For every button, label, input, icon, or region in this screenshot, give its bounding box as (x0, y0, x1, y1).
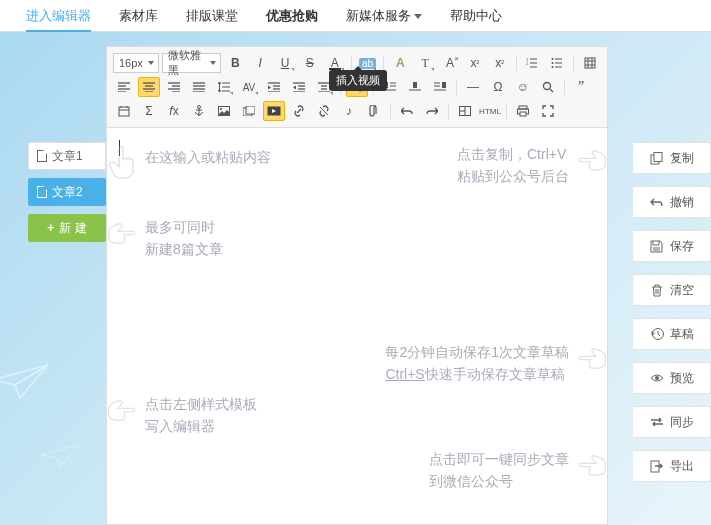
print-button[interactable] (512, 101, 534, 121)
layout-button[interactable] (454, 101, 476, 121)
attachment-button[interactable] (363, 101, 385, 121)
svg-rect-70 (246, 106, 255, 114)
align-justify-button[interactable] (188, 77, 210, 97)
document-icon (37, 186, 47, 198)
indent-right-button[interactable] (288, 77, 310, 97)
action-undo[interactable]: 撤销 (633, 186, 711, 218)
action-label: 保存 (670, 238, 694, 255)
save-icon (650, 239, 664, 253)
hand-pointer-left-icon (107, 216, 135, 250)
strike-button[interactable]: S (299, 53, 321, 73)
nav-deals[interactable]: 优惠抢购 (266, 0, 318, 32)
editor-content[interactable]: 在这输入或粘贴内容 点击复制，Ctrl+V 粘贴到公众号后台 最多可同时 新建8… (107, 128, 607, 525)
action-clear[interactable]: 清空 (633, 274, 711, 306)
tab-label: 文章2 (52, 184, 83, 201)
anchor-button[interactable] (188, 101, 210, 121)
action-label: 导出 (670, 458, 694, 475)
action-label: 预览 (670, 370, 694, 387)
text-button[interactable]: A (389, 53, 411, 73)
action-draft[interactable]: 草稿 (633, 318, 711, 350)
action-copy[interactable]: 复制 (633, 142, 711, 174)
image-button[interactable] (213, 101, 235, 121)
top-nav: 进入编辑器 素材库 排版课堂 优惠抢购 新媒体服务 帮助中心 (0, 0, 711, 32)
link-button[interactable] (288, 101, 310, 121)
hand-pointer-right-icon (579, 143, 607, 177)
svg-point-9 (552, 62, 554, 64)
tab-new-article[interactable]: + 新 建 (28, 214, 106, 242)
unordered-list-button[interactable] (546, 53, 568, 73)
svg-line-72 (320, 107, 328, 115)
tab-article-2[interactable]: 文章2 (28, 178, 106, 206)
hand-pointer-right-icon (579, 341, 607, 375)
undo-icon (650, 195, 664, 209)
action-export[interactable]: 导出 (633, 450, 711, 482)
hint-text: 每2分钟自动保存1次文章草稿 Ctrl+S快速手动保存文章草稿 (385, 341, 569, 386)
calendar-button[interactable] (113, 101, 135, 121)
unlink-button[interactable] (313, 101, 335, 121)
multi-image-button[interactable] (238, 101, 260, 121)
svg-point-8 (552, 58, 554, 60)
float-right-button[interactable] (429, 77, 451, 97)
music-button[interactable]: ♪ (338, 101, 360, 121)
hr-button[interactable]: — (462, 77, 484, 97)
letter-spacing-button[interactable]: AV (238, 77, 260, 97)
nav-materials[interactable]: 素材库 (119, 0, 158, 32)
action-preview[interactable]: 预览 (633, 362, 711, 394)
undo-button[interactable] (396, 101, 418, 121)
nav-newmedia[interactable]: 新媒体服务 (346, 0, 422, 32)
history-icon (650, 327, 664, 341)
svg-rect-60 (119, 107, 129, 116)
search-button[interactable] (537, 77, 559, 97)
indent-left-button[interactable] (263, 77, 285, 97)
html-button[interactable]: HTML (479, 101, 501, 121)
float-none-button[interactable] (404, 77, 426, 97)
nav-layout-class[interactable]: 排版课堂 (186, 0, 238, 32)
action-label: 撤销 (670, 194, 694, 211)
quote-button[interactable]: ” (570, 77, 592, 97)
svg-point-10 (552, 66, 554, 68)
action-label: 草稿 (670, 326, 694, 343)
clear-format-button[interactable]: A× (439, 53, 461, 73)
sync-icon (650, 415, 664, 429)
chevron-down-icon (414, 14, 422, 19)
omega-button[interactable]: Ω (487, 77, 509, 97)
tooltip: 插入视频 (329, 70, 387, 91)
tab-article-1[interactable]: 文章1 (28, 142, 106, 170)
underline-button[interactable]: U (274, 53, 296, 73)
export-icon (650, 459, 664, 473)
font-family-select[interactable]: 微软雅黑 (162, 53, 222, 73)
hint-text: 点击即可一键同步文章 到微信公众号 (429, 448, 569, 493)
emoji-button[interactable]: ☺ (512, 77, 534, 97)
font-size-select[interactable]: 16px (113, 53, 159, 73)
font-case-button[interactable]: T (414, 53, 436, 73)
action-save[interactable]: 保存 (633, 230, 711, 262)
sigma-button[interactable]: Σ (138, 101, 160, 121)
hint-text: 最多可同时 新建8篇文章 (145, 216, 223, 261)
fullscreen-button[interactable] (537, 101, 559, 121)
svg-point-82 (655, 376, 659, 380)
align-left-button[interactable] (113, 77, 135, 97)
align-right-button[interactable] (163, 77, 185, 97)
eye-icon (650, 371, 664, 385)
hand-pointer-down-icon (107, 146, 135, 180)
bold-button[interactable]: B (224, 53, 246, 73)
document-icon (37, 150, 47, 162)
subscript-button[interactable]: x² (464, 53, 486, 73)
action-label: 复制 (670, 150, 694, 167)
ordered-list-button[interactable]: 12 (522, 53, 544, 73)
superscript-button[interactable]: x² (489, 53, 511, 73)
italic-button[interactable]: I (249, 53, 271, 73)
redo-button[interactable] (421, 101, 443, 121)
line-height-button[interactable] (213, 77, 235, 97)
nav-help[interactable]: 帮助中心 (450, 0, 502, 32)
tab-label: 文章1 (52, 148, 83, 165)
editor-panel: 插入视频 16px 微软雅黑 B I U S A ab A T A× x² x²… (106, 46, 608, 525)
formula-button[interactable]: fx (163, 101, 185, 121)
tab-label: 新 建 (59, 220, 86, 237)
nav-editor[interactable]: 进入编辑器 (26, 0, 91, 32)
toolbar: 插入视频 16px 微软雅黑 B I U S A ab A T A× x² x²… (107, 47, 607, 128)
video-button[interactable] (263, 101, 285, 121)
table-button[interactable] (579, 53, 601, 73)
align-center-button[interactable] (138, 77, 160, 97)
action-sync[interactable]: 同步 (633, 406, 711, 438)
